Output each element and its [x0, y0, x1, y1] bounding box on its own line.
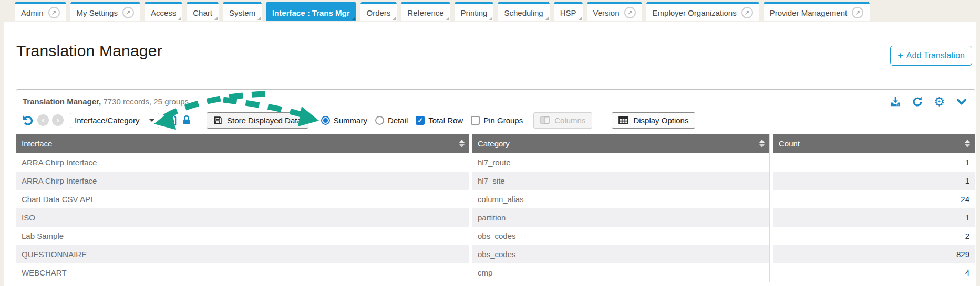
check-icon: ✓	[417, 117, 423, 124]
tab-label: Version	[593, 8, 620, 17]
tab-label: Reference	[407, 8, 443, 17]
radio-unselected-icon	[375, 116, 384, 125]
column-header-label: Interface	[22, 139, 52, 148]
column-header-category[interactable]: Category	[472, 134, 770, 153]
table-row[interactable]: Lab Sample obs_codes 2	[16, 227, 975, 245]
tab-admin[interactable]: Admin ↗	[15, 2, 66, 21]
lock-view-icon[interactable]	[180, 114, 193, 126]
cell-category: column_alias	[472, 190, 770, 208]
cell-interface: QUESTIONNAIRE	[16, 245, 469, 263]
column-header-label: Category	[478, 139, 510, 148]
table-row[interactable]: ARRA Chirp Interface hl7_site 1	[16, 172, 975, 190]
tab-label: Orders	[367, 8, 391, 17]
toolbar-divider	[602, 111, 602, 129]
table-row[interactable]: ARRA Chirp Interface hl7_route 1	[16, 153, 975, 172]
tab-employer-organizations[interactable]: Employer Organizations ↗	[646, 2, 759, 21]
gear-icon[interactable]: ⚙	[933, 96, 945, 108]
table-row[interactable]: QUESTIONNAIRE obs_codes 829	[16, 245, 975, 263]
column-header-count[interactable]: Count	[773, 134, 975, 153]
table-row[interactable]: ISO partition 1	[16, 208, 975, 227]
tab-hsp[interactable]: HSP	[554, 2, 583, 21]
tab-scheduling[interactable]: Scheduling	[498, 2, 549, 21]
display-mode-options: Summary Detail ✓ Total Row Pin Groups	[321, 116, 523, 125]
panel-action-icons: ⚙	[889, 96, 967, 108]
external-link-icon: ↗	[624, 7, 636, 18]
history-forward-button[interactable]: ›	[52, 114, 64, 126]
cell-interface: Lab Sample	[16, 227, 469, 245]
save-icon	[213, 116, 222, 125]
add-translation-button[interactable]: + Add Translation	[890, 46, 972, 66]
cell-interface: Chart Data CSV API	[16, 190, 469, 208]
add-translation-label: Add Translation	[906, 51, 965, 60]
columns-button: Columns	[533, 112, 592, 129]
tab-label: Printing	[461, 8, 488, 17]
tab-chart[interactable]: Chart	[187, 2, 219, 21]
chevron-down-icon	[149, 119, 154, 122]
panel-header: Translation Manager, 7730 records, 25 gr…	[16, 90, 975, 110]
cell-category: hl7_site	[472, 172, 770, 190]
view-select-value: Interface/Category	[75, 116, 139, 125]
table-toolbar: ‹ › Interface/Category	[16, 110, 975, 134]
store-displayed-data-button[interactable]: Store Displayed Data	[207, 112, 308, 129]
table-row[interactable]: WEBCHART cmp 4	[16, 263, 975, 282]
plus-icon: +	[898, 52, 903, 59]
refresh-icon[interactable]	[911, 96, 923, 108]
display-options-button[interactable]: Display Options	[612, 112, 695, 129]
tab-provider-management[interactable]: Provider Management ↗	[764, 2, 870, 21]
summary-radio[interactable]: Summary	[321, 116, 367, 125]
page-title: Translation Manager	[4, 22, 976, 60]
checkbox-checked-icon: ✓	[416, 116, 425, 125]
external-link-icon: ↗	[741, 7, 753, 18]
tab-label: Interface : Trans Mgr	[272, 8, 350, 17]
tab-label: HSP	[560, 8, 576, 17]
column-header-interface[interactable]: Interface	[16, 134, 469, 153]
checkbox-unchecked-icon	[471, 116, 480, 125]
external-link-icon: ↗	[852, 7, 863, 18]
cell-count: 829	[773, 245, 975, 263]
table-grid-icon	[618, 116, 628, 124]
tab-access[interactable]: Access	[145, 2, 182, 21]
cell-category: obs_codes	[472, 245, 770, 263]
cell-count: 24	[773, 190, 975, 208]
tab-interface-trans-mgr[interactable]: Interface : Trans Mgr	[266, 2, 356, 21]
tab-system[interactable]: System	[223, 2, 262, 21]
cell-count: 4	[773, 263, 975, 282]
table-row[interactable]: Chart Data CSV API column_alias 24	[16, 190, 975, 208]
view-select[interactable]: Interface/Category	[70, 113, 159, 128]
cell-count: 1	[773, 153, 975, 172]
pin-groups-checkbox[interactable]: Pin Groups	[471, 116, 523, 125]
cell-interface: ARRA Chirp Interface	[16, 153, 469, 172]
collapse-chevron-icon[interactable]	[955, 96, 967, 108]
total-row-checkbox[interactable]: ✓ Total Row	[416, 116, 463, 125]
tab-my-settings[interactable]: My Settings ↗	[70, 2, 140, 21]
translation-manager-panel: Translation Manager, 7730 records, 25 gr…	[16, 89, 975, 286]
pin-groups-label: Pin Groups	[483, 116, 523, 125]
panel-title-name: Translation Manager,	[23, 97, 101, 106]
cell-interface: ISO	[16, 208, 469, 227]
tab-version[interactable]: Version ↗	[587, 2, 642, 21]
external-link-icon: ↗	[122, 7, 134, 18]
store-displayed-data-label: Store Displayed Data	[227, 116, 302, 125]
tab-label: Access	[151, 8, 176, 17]
save-view-icon[interactable]	[164, 114, 177, 126]
sort-icon[interactable]	[759, 140, 765, 147]
detail-radio[interactable]: Detail	[375, 116, 408, 125]
tab-label: Employer Organizations	[653, 8, 737, 17]
column-header-label: Count	[779, 139, 800, 148]
cell-interface: WEBCHART	[16, 263, 469, 282]
tab-label: Provider Management	[770, 8, 848, 17]
history-back-button[interactable]: ‹	[37, 114, 49, 126]
cell-category: cmp	[472, 263, 770, 282]
tab-printing[interactable]: Printing	[455, 2, 494, 21]
download-icon[interactable]	[889, 96, 901, 108]
tab-label: Admin	[21, 8, 44, 17]
radio-selected-icon	[321, 116, 330, 125]
tab-orders[interactable]: Orders	[360, 2, 397, 21]
sort-icon[interactable]	[965, 140, 970, 147]
tab-reference[interactable]: Reference	[401, 2, 450, 21]
cell-category: obs_codes	[472, 227, 770, 245]
content-area: Translation Manager + Add Translation Tr…	[4, 22, 976, 286]
sort-icon[interactable]	[459, 140, 465, 147]
chevron-left-icon: ‹	[42, 115, 45, 124]
undo-icon[interactable]	[22, 114, 34, 126]
